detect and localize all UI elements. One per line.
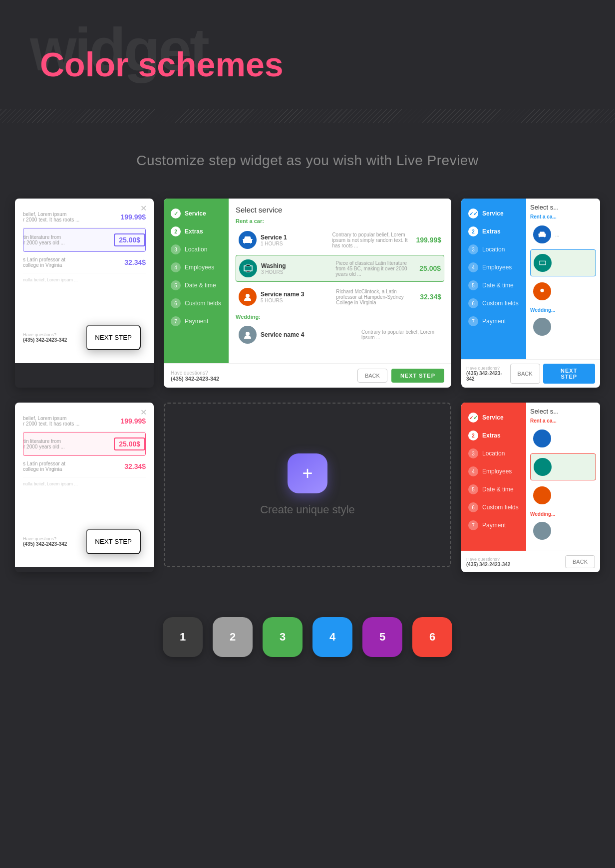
list-item: belief, Lorem ipsumr 2000 text. It has r… xyxy=(23,207,146,228)
sidebar-item-payment[interactable]: 7 Payment xyxy=(164,312,229,330)
sidebar-item-location-blue[interactable]: 3 Location xyxy=(461,240,526,258)
hero-title: Color schemes xyxy=(40,45,575,84)
sidebar-item-extras-blue[interactable]: 2 Extras xyxy=(461,222,526,240)
service-row-blue-4[interactable] xyxy=(530,314,596,340)
color-btn-5[interactable]: 5 xyxy=(362,617,402,657)
green-sidebar: Service 2 Extras 3 Location 4 Employees … xyxy=(164,199,229,363)
category-wedding: Wedding: xyxy=(236,314,444,320)
color-btn-2[interactable]: 2 xyxy=(213,617,253,657)
blue-widget-right: ✓ Service 2 Extras 3 Location 4 Employee… xyxy=(461,199,600,388)
sidebar-item-location-red[interactable]: 3 Location xyxy=(461,444,526,462)
create-panel: + Create unique style xyxy=(164,403,451,567)
service-thumb-1 xyxy=(239,231,257,249)
footer-phone-green: (435) 342-2423-342 xyxy=(171,376,219,382)
close-icon[interactable]: ✕ xyxy=(140,204,147,213)
service-thumb-2 xyxy=(239,259,257,277)
sidebar-item-location[interactable]: 3 Location xyxy=(164,240,229,258)
service-row-1[interactable]: Service 1 1 HOURS Contrary to popular be… xyxy=(236,227,444,253)
service-row-2[interactable]: Washing 3 HOURS Piece of classical Latin… xyxy=(236,255,444,282)
green-widget-center: Service 2 Extras 3 Location 4 Employees … xyxy=(164,199,451,388)
sidebar-item-custom-red[interactable]: 6 Custom fields xyxy=(461,498,526,516)
sidebar-item-datetime[interactable]: 5 Date & time xyxy=(164,276,229,294)
red-sidebar: ✓ Service 2 Extras 3 Location 4 Employee… xyxy=(461,403,526,551)
color-btn-6[interactable]: 6 xyxy=(412,617,452,657)
subtitle-text: Customize step widget as you wish with L… xyxy=(0,153,615,169)
sidebar-item-datetime-red[interactable]: 5 Date & time xyxy=(461,480,526,498)
sidebar-item-custom[interactable]: 6 Custom fields xyxy=(164,294,229,312)
sidebar-item-employees-blue[interactable]: 4 Employees xyxy=(461,258,526,276)
service-row-3[interactable]: Service name 3 5 HOURS Richard McClintoc… xyxy=(236,284,444,310)
sidebar-item-service-blue[interactable]: ✓ Service xyxy=(461,205,526,222)
next-step-button-blue[interactable]: NEXT STEP xyxy=(543,364,595,384)
service-row-blue-2[interactable] xyxy=(530,249,596,276)
sidebar-item-extras-red[interactable]: 2 Extras xyxy=(461,427,526,444)
color-selector: 1 2 3 4 5 6 xyxy=(0,597,615,687)
sidebar-item-payment-blue[interactable]: 7 Payment xyxy=(461,312,526,330)
pink-widget-left: ✕ belief, Lorem ipsumr 2000 text. It has… xyxy=(15,403,154,572)
service-row-red-4[interactable] xyxy=(530,518,596,544)
next-step-button[interactable]: NEXT STEP xyxy=(86,325,141,350)
color-btn-3[interactable]: 3 xyxy=(263,617,303,657)
back-button-green[interactable]: BACK xyxy=(357,369,387,383)
back-button-blue[interactable]: BACK xyxy=(510,364,540,384)
check-icon xyxy=(171,209,181,218)
hero-section: widget Color schemes xyxy=(0,0,615,99)
sidebar-item-extras[interactable]: 2 Extras xyxy=(164,222,229,240)
plus-button[interactable]: + xyxy=(288,453,327,493)
service-row-red-2[interactable] xyxy=(530,453,596,480)
subtitle-section: Customize step widget as you wish with L… xyxy=(0,143,615,194)
color-btn-1[interactable]: 1 xyxy=(163,617,203,657)
sidebar-item-custom-blue[interactable]: 6 Custom fields xyxy=(461,294,526,312)
sidebar-item-datetime-blue[interactable]: 5 Date & time xyxy=(461,276,526,294)
service-row-blue-3[interactable] xyxy=(530,278,596,304)
color-btn-4[interactable]: 4 xyxy=(312,617,352,657)
list-item-pink-2[interactable]: tin literature fromr 2000 years old ... … xyxy=(23,432,146,456)
svg-point-1 xyxy=(246,332,250,336)
svg-point-0 xyxy=(246,294,250,298)
sidebar-item-employees-red[interactable]: 4 Employees xyxy=(461,462,526,480)
light-widget-left: ✕ belief, Lorem ipsumr 2000 text. It has… xyxy=(15,199,154,388)
service-thumb-3 xyxy=(239,288,257,306)
create-label: Create unique style xyxy=(260,503,355,516)
list-item-pink-3: s Latin professor atcollege in Virginia … xyxy=(23,456,146,477)
sidebar-item-employees[interactable]: 4 Employees xyxy=(164,258,229,276)
service-row-red-3[interactable] xyxy=(530,482,596,508)
category-rent: Rent a car: xyxy=(236,218,444,224)
list-item[interactable]: tin literature fromr 2000 years old ... … xyxy=(23,228,146,252)
service-row-red-1[interactable] xyxy=(530,426,596,451)
list-item: s Latin professor atcollege in Virginia … xyxy=(23,252,146,273)
sidebar-item-service[interactable]: Service xyxy=(164,205,229,222)
next-step-button-green[interactable]: NEXT STEP xyxy=(391,369,444,383)
sidebar-item-service-red[interactable]: ✓ Service xyxy=(461,409,526,427)
service-thumb-4 xyxy=(239,326,257,344)
next-step-button-pink[interactable]: NEXT STEP xyxy=(86,529,141,554)
list-item-pink-1: belief, Lorem ipsumr 2000 text. It has r… xyxy=(23,411,146,432)
panel-title: Select service xyxy=(236,206,444,214)
red-widget-right: ✓ Service 2 Extras 3 Location 4 Employee… xyxy=(461,403,600,572)
blue-sidebar: ✓ Service 2 Extras 3 Location 4 Employee… xyxy=(461,199,526,359)
svg-point-2 xyxy=(540,289,544,292)
footer-questions-green: Have questions? xyxy=(171,370,219,376)
service-row-blue-1[interactable]: ... xyxy=(530,221,596,247)
sidebar-item-payment-red[interactable]: 7 Payment xyxy=(461,516,526,534)
service-row-4[interactable]: Service name 4 Contrary to popular belie… xyxy=(236,322,444,348)
back-button-red[interactable]: BACK xyxy=(565,555,595,568)
close-icon-pink[interactable]: ✕ xyxy=(140,408,147,417)
divider xyxy=(0,109,615,123)
